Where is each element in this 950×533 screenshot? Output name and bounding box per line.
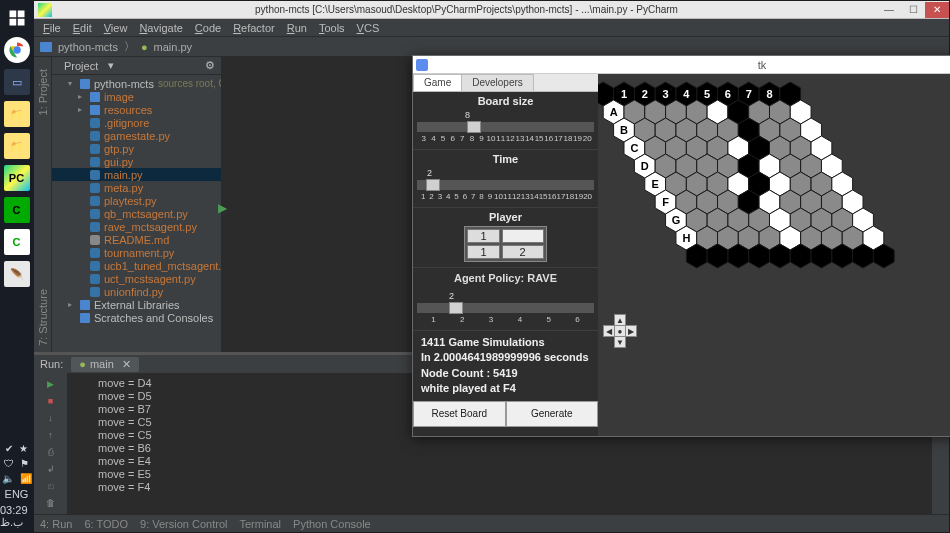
crumb-file[interactable]: main.py xyxy=(154,41,193,53)
taskbar-cmder-icon[interactable]: C xyxy=(4,197,30,223)
menu-tools[interactable]: Tools xyxy=(314,20,350,36)
tray-lang[interactable]: ENG xyxy=(5,488,29,500)
tree-item[interactable]: gui.py xyxy=(52,155,221,168)
tree-item[interactable]: ucb1_tuned_mctsagent.py xyxy=(52,259,221,272)
dpad-down[interactable]: ▼ xyxy=(614,336,626,348)
chevron-down-icon[interactable]: ▾ xyxy=(108,59,114,72)
down-icon[interactable]: ↓ xyxy=(44,411,58,425)
left-tool-gutter: 1: Project 7: Structure xyxy=(34,57,52,352)
status-item[interactable]: Terminal xyxy=(239,518,281,530)
agent-slider[interactable] xyxy=(417,303,594,313)
tree-item[interactable]: ▾python-mcts sources root, C:\Users\maso… xyxy=(52,77,221,90)
tree-item[interactable]: rave_mctsagent.py xyxy=(52,220,221,233)
tree-item[interactable]: ▸image xyxy=(52,90,221,103)
svg-text:A: A xyxy=(610,106,618,118)
rerun-icon[interactable]: ▶ xyxy=(44,377,58,391)
taskbar-chrome-icon[interactable] xyxy=(4,37,30,63)
wrap-icon[interactable]: ↲ xyxy=(44,462,58,476)
tab-game[interactable]: Game xyxy=(413,74,462,91)
tree-item[interactable]: gamestate.py xyxy=(52,129,221,142)
taskbar-tk-icon[interactable]: 🪶 xyxy=(4,261,30,287)
tree-item[interactable]: meta.py xyxy=(52,181,221,194)
taskbar-cmder-icon[interactable]: C xyxy=(4,229,30,255)
gutter-project-tab[interactable]: 1: Project xyxy=(36,63,50,121)
editor-area: ▶ tk —☐✕ Game Developers xyxy=(222,57,949,352)
menu-view[interactable]: View xyxy=(99,20,133,36)
generate-button[interactable]: Generate xyxy=(506,401,599,427)
tree-item[interactable]: uct_mcstsagent.py xyxy=(52,272,221,285)
up-icon[interactable]: ↑ xyxy=(44,428,58,442)
dpad[interactable]: ▲ ◀ ● ▶ ▼ xyxy=(603,314,637,348)
menu-run[interactable]: Run xyxy=(282,20,312,36)
tray-icon[interactable]: ⚑ xyxy=(20,458,29,469)
print-icon[interactable]: ⎙ xyxy=(44,445,58,459)
gutter-run-icon[interactable]: ▶ xyxy=(218,201,227,215)
tree-item[interactable]: README.md xyxy=(52,233,221,246)
status-item[interactable]: 6: TODO xyxy=(84,518,128,530)
tree-item[interactable]: playtest.py xyxy=(52,194,221,207)
tree-item[interactable]: Scratches and Consoles xyxy=(52,311,221,324)
svg-text:B: B xyxy=(620,124,628,136)
taskbar-explorer-icon[interactable]: 📁 xyxy=(4,133,30,159)
taskbar-icon[interactable]: ▭ xyxy=(4,69,30,95)
menu-refactor[interactable]: Refactor xyxy=(228,20,280,36)
content-area: 1: Project 7: Structure Project ▾ ⚙ ▾pyt… xyxy=(34,57,949,352)
svg-text:C: C xyxy=(630,142,638,154)
stop-icon[interactable]: ■ xyxy=(44,394,58,408)
tray-icon[interactable]: 🛡 xyxy=(4,458,14,469)
crumb-project[interactable]: python-mcts xyxy=(58,41,118,53)
sidebar-title: Project xyxy=(64,60,98,72)
tab-developers[interactable]: Developers xyxy=(461,74,534,91)
tree-item[interactable]: main.py xyxy=(52,168,221,181)
close-button[interactable]: ✕ xyxy=(925,2,949,18)
svg-text:G: G xyxy=(672,214,681,226)
start-button[interactable] xyxy=(4,5,30,31)
dpad-right[interactable]: ▶ xyxy=(625,325,637,337)
trash-icon[interactable]: 🗑 xyxy=(44,496,58,510)
tree-item[interactable]: .gitignore xyxy=(52,116,221,129)
run-tab-main[interactable]: ●main✕ xyxy=(71,357,139,372)
tree-item[interactable]: ▸resources xyxy=(52,103,221,116)
menu-code[interactable]: Code xyxy=(190,20,226,36)
sidebar-gear-icon[interactable]: ⚙ xyxy=(205,59,215,72)
player-table[interactable]: 1 12 xyxy=(464,226,546,262)
svg-text:5: 5 xyxy=(704,88,710,100)
taskbar-pycharm-icon[interactable]: PC xyxy=(4,165,30,191)
filter-icon[interactable]: ⏍ xyxy=(44,479,58,493)
taskbar-explorer-icon[interactable]: 📁 xyxy=(4,101,30,127)
tray-icon[interactable]: 🔈 xyxy=(2,473,14,484)
tray-clock[interactable]: 03:29 ب.ظ xyxy=(0,504,33,529)
reset-board-button[interactable]: Reset Board xyxy=(413,401,506,427)
tree-item[interactable]: unionfind.py xyxy=(52,285,221,298)
gutter-structure-tab[interactable]: 7: Structure xyxy=(36,283,50,352)
maximize-button[interactable]: ☐ xyxy=(901,2,925,18)
breadcrumb: python-mcts 〉 ● main.py xyxy=(34,37,949,57)
tray-icon[interactable]: ✔ xyxy=(5,443,13,454)
boardsize-slider[interactable] xyxy=(417,122,594,132)
tk-app-icon xyxy=(416,59,428,71)
time-slider[interactable] xyxy=(417,180,594,190)
tk-window: tk —☐✕ Game Developers Board size 8 xyxy=(412,55,950,437)
menu-vcs[interactable]: VCS xyxy=(352,20,385,36)
svg-rect-1 xyxy=(17,11,24,18)
hex-board[interactable]: 12345678ABCDEFGH xyxy=(598,74,950,436)
tree-item[interactable]: qb_mctsagent.py xyxy=(52,207,221,220)
menu-edit[interactable]: Edit xyxy=(68,20,97,36)
tree-item[interactable]: gtp.py xyxy=(52,142,221,155)
tree-item[interactable]: tournament.py xyxy=(52,246,221,259)
agent-value: 2 xyxy=(417,291,594,301)
tray-icon[interactable]: ★ xyxy=(19,443,28,454)
svg-text:6: 6 xyxy=(725,88,731,100)
menu-file[interactable]: File xyxy=(38,20,66,36)
status-item[interactable]: Python Console xyxy=(293,518,371,530)
tk-title-text: tk xyxy=(758,59,767,71)
menu-navigate[interactable]: Navigate xyxy=(134,20,187,36)
tree-item[interactable]: ▸External Libraries xyxy=(52,298,221,311)
minimize-button[interactable]: — xyxy=(877,2,901,18)
status-item[interactable]: 9: Version Control xyxy=(140,518,227,530)
status-item[interactable]: 4: Run xyxy=(40,518,72,530)
tray-icon[interactable]: 📶 xyxy=(20,473,32,484)
pycharm-titlebar: python-mcts [C:\Users\masoud\Desktop\PyC… xyxy=(34,1,949,19)
run-toolbar: ▶ ■ ↓ ↑ ⎙ ↲ ⏍ 🗑 xyxy=(34,373,68,514)
svg-text:H: H xyxy=(682,232,690,244)
